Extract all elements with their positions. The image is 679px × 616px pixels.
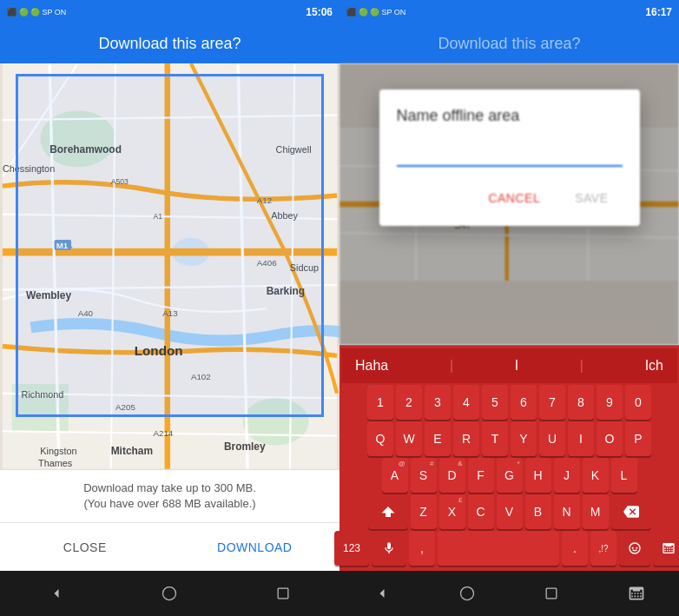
keyboard-nav-icon[interactable] (626, 583, 647, 604)
svg-marker-39 (381, 507, 394, 517)
key-c[interactable]: C (468, 494, 494, 529)
key-l[interactable]: L (611, 458, 637, 493)
key-k[interactable]: K (583, 458, 609, 493)
key-r[interactable]: R (453, 421, 479, 456)
key-3[interactable]: 3 (425, 385, 451, 420)
key-n[interactable]: N (554, 494, 580, 529)
key-8[interactable]: 8 (568, 385, 594, 420)
key-d[interactable]: &D (439, 458, 465, 493)
keyboard: Haha | I | Ich 1 2 3 4 5 6 7 8 9 0 Q W E… (340, 345, 679, 571)
keyboard-row-asdf: @A #S &D F *G H J K L (341, 458, 677, 493)
key-w[interactable]: W (396, 421, 422, 456)
key-1[interactable]: 1 (367, 385, 393, 420)
key-z[interactable]: Z (411, 494, 437, 529)
download-button[interactable]: DOWNLOAD (170, 523, 340, 571)
key-y[interactable]: Y (511, 421, 537, 456)
key-e[interactable]: E (425, 421, 451, 456)
key-j[interactable]: J (554, 458, 580, 493)
key-a[interactable]: @A (382, 458, 408, 493)
close-button[interactable]: CLOSE (0, 523, 170, 571)
svg-marker-40 (379, 589, 384, 598)
key-7[interactable]: 7 (539, 385, 565, 420)
svg-text:A214: A214 (154, 428, 174, 438)
dialog-input-container[interactable] (397, 142, 623, 167)
status-bar-right: ⬛ 🟢 🟢 SP ON 16:17 (340, 0, 679, 24)
key-i[interactable]: I (568, 421, 594, 456)
key-u[interactable]: U (539, 421, 565, 456)
app-header-right: Download this area? (340, 24, 679, 63)
svg-rect-34 (278, 588, 288, 599)
keyboard-row-numbers: 1 2 3 4 5 6 7 8 9 0 (341, 385, 677, 420)
mic-key[interactable] (372, 531, 406, 566)
key-p[interactable]: P (625, 421, 651, 456)
emoji-key[interactable] (619, 531, 650, 566)
map-selection-box (16, 74, 324, 417)
svg-point-41 (460, 587, 473, 600)
map-info-line1: Download may take up to 300 MB. (14, 480, 326, 496)
suggestion-1[interactable]: Haha (355, 358, 388, 374)
keyboard-row-zxcv: Z £X C V B N M (341, 494, 677, 529)
svg-text:Mitcham: Mitcham (111, 445, 153, 457)
action-bar-left: CLOSE DOWNLOAD (0, 522, 340, 571)
comma-key[interactable]: , (409, 531, 435, 566)
key-s[interactable]: #S (411, 458, 437, 493)
svg-rect-42 (547, 588, 557, 599)
special-key[interactable]: ,!? (590, 531, 616, 566)
suggestion-divider-2: | (580, 358, 583, 374)
dialog-cancel-button[interactable]: CANCEL (474, 184, 554, 212)
key-b[interactable]: B (525, 494, 551, 529)
key-v[interactable]: V (497, 494, 523, 529)
key-o[interactable]: O (597, 421, 623, 456)
key-9[interactable]: 9 (597, 385, 623, 420)
keyboard-switch-key[interactable] (653, 531, 679, 566)
keyboard-row-bottom: 123 , . ,!? (341, 531, 677, 566)
backspace-key[interactable] (611, 494, 651, 529)
shift-key[interactable] (368, 494, 408, 529)
time-right: 16:17 (645, 6, 672, 18)
key-0[interactable]: 0 (625, 385, 651, 420)
status-icons-left: ⬛ 🟢 🟢 SP ON (7, 8, 66, 17)
key-h[interactable]: H (525, 458, 551, 493)
map-right: Dysted Hyllede S47 Name offline area CAN… (340, 63, 679, 345)
space-key[interactable] (438, 531, 559, 566)
name-offline-dialog: Name offline area CANCEL SAVE (379, 89, 640, 226)
suggestion-divider-1: | (450, 358, 453, 374)
nav-bar-left (0, 571, 340, 616)
left-panel: ⬛ 🟢 🟢 SP ON 15:06 Download this area? (0, 0, 340, 616)
key-4[interactable]: 4 (453, 385, 479, 420)
svg-text:Bromley: Bromley (224, 440, 266, 453)
app-header-left: Download this area? (0, 24, 340, 63)
key-6[interactable]: 6 (511, 385, 537, 420)
key-t[interactable]: T (482, 421, 508, 456)
header-title-left: Download this area? (14, 35, 326, 53)
key-x[interactable]: £X (439, 494, 465, 529)
home-nav-icon-right[interactable] (457, 583, 478, 604)
period-key[interactable]: . (562, 531, 588, 566)
key-5[interactable]: 5 (482, 385, 508, 420)
home-nav-icon[interactable] (159, 583, 180, 604)
map-info-line2: (You have over 688 MB available.) (14, 496, 326, 512)
recents-nav-icon-right[interactable] (541, 583, 562, 604)
keyboard-suggestions: Haha | I | Ich (341, 348, 677, 383)
status-bar-left: ⬛ 🟢 🟢 SP ON 15:06 (0, 0, 340, 24)
key-m[interactable]: M (583, 494, 609, 529)
keyboard-row-qwerty: Q W E R T Y U I O P (341, 421, 677, 456)
map-info: Download may take up to 300 MB. (You hav… (0, 469, 340, 522)
recents-nav-icon[interactable] (273, 583, 293, 604)
time-left: 15:06 (306, 6, 333, 18)
num-key[interactable]: 123 (334, 531, 369, 566)
suggestion-2[interactable]: I (515, 358, 518, 374)
offline-area-name-input[interactable] (397, 142, 623, 165)
dialog-save-button[interactable]: SAVE (561, 184, 622, 212)
nav-bar-right (340, 571, 679, 616)
key-f[interactable]: F (468, 458, 494, 493)
key-g[interactable]: *G (497, 458, 523, 493)
suggestion-3[interactable]: Ich (645, 358, 663, 374)
back-nav-icon-right[interactable] (372, 583, 392, 604)
svg-point-33 (163, 587, 176, 600)
svg-marker-32 (55, 589, 59, 598)
key-2[interactable]: 2 (396, 385, 422, 420)
key-q[interactable]: Q (367, 421, 393, 456)
map-left: M1 A12 A13 A40 A406 A102 A205 A214 Boreh… (0, 63, 340, 469)
back-nav-icon[interactable] (46, 583, 67, 604)
